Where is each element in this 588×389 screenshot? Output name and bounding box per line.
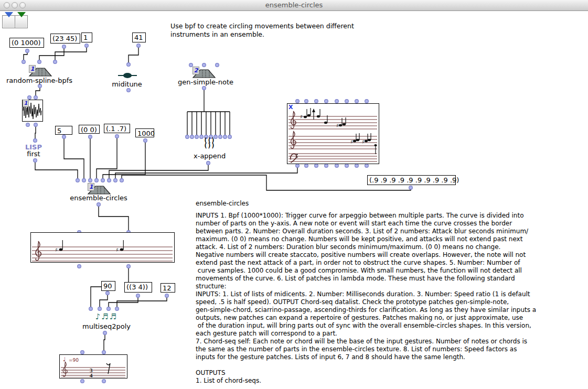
bpf-badge: 1 <box>23 100 29 107</box>
staff-box-bottom[interactable]: ♩ =90 3 4 <box>59 354 127 379</box>
svg-text:♯: ♯ <box>55 247 58 253</box>
label-lisp-first: first <box>20 150 47 158</box>
treble-clef-icon <box>63 362 67 376</box>
value-box-90[interactable]: 90 <box>101 281 115 291</box>
value-box-41[interactable]: 41 <box>132 33 146 42</box>
connection-ports[interactable] <box>22 44 413 383</box>
notes: ♯ ♯ ♯ ♯ <box>300 108 377 154</box>
x-append-icon[interactable]: (()()) <box>201 138 217 148</box>
staff-box-middle[interactable]: ♯ ♯ <box>30 232 175 263</box>
value-box-meter[interactable]: ((3 4)) <box>124 282 152 293</box>
ensemble-circles-badge: 1 <box>88 183 94 191</box>
staff-lines <box>61 368 125 377</box>
value-box-speeds[interactable]: (.9 .9 .9 .9 .9 .9 .9 .9 .9 .9) <box>367 175 456 185</box>
value-box-00[interactable]: (0 0) <box>79 125 100 134</box>
eighth-rest-icon <box>106 363 110 374</box>
load-patch-button[interactable] <box>2 15 15 28</box>
window-titlebar: ensemble-circles <box>0 0 588 11</box>
label-multiseq2poly: multiseq2poly <box>82 322 130 330</box>
gen-simple-note-badge: 2 <box>193 67 199 74</box>
random-spline-bpfs-badge: 1 <box>29 65 36 73</box>
svg-text:♯: ♯ <box>336 123 339 128</box>
value-box-5[interactable]: 5 <box>55 126 72 135</box>
chord-seq-box[interactable]: X ♯ ♯ <box>287 103 379 164</box>
label-miditune: miditune <box>111 80 143 88</box>
svg-text:♯: ♯ <box>300 114 303 120</box>
chord-seq-notation: ♯ ♯ ♯ ♯ <box>287 104 378 163</box>
value-box-1000[interactable]: 1000 <box>135 128 154 137</box>
value-box-durblur[interactable]: (.1 .7) <box>104 124 130 133</box>
green-down-arrow-icon <box>17 17 26 27</box>
label-gen-simple-note: gen-simple-note <box>178 78 230 86</box>
label-x-append: x-append <box>194 152 225 160</box>
multiseq2poly-icon[interactable]: ♪♬♬ <box>92 312 121 321</box>
value-box-range[interactable]: (0 1000) <box>9 38 44 48</box>
close-icon[interactable]: X <box>288 105 293 110</box>
middle-staff-notation: ♯ ♯ <box>31 233 174 262</box>
svg-text:♯: ♯ <box>350 139 353 145</box>
tempo-note-icon: ♩ <box>63 356 66 363</box>
miditune-icon[interactable] <box>117 71 137 80</box>
value-box-pair[interactable]: (23 45) <box>50 34 80 44</box>
tempo-value: =90 <box>69 358 79 363</box>
svg-text:♯: ♯ <box>362 139 365 145</box>
svg-text:♯: ♯ <box>116 247 119 253</box>
window-title: ensemble-circles <box>0 1 588 9</box>
label-random-spline-bpfs: random-spline-bpfs <box>5 77 73 84</box>
staff-lines <box>32 247 173 261</box>
value-box-12[interactable]: 12 <box>161 283 175 293</box>
time-signature-bottom: 4 <box>90 372 93 377</box>
label-ensemble-circles: ensemble-circles <box>70 194 127 202</box>
save-patch-button[interactable] <box>15 15 28 28</box>
value-box-one[interactable]: 1 <box>81 33 92 42</box>
blue-down-arrow-icon <box>5 17 13 27</box>
